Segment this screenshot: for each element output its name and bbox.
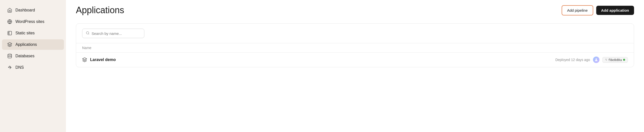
applications-icon	[7, 42, 12, 47]
deployed-text: Deployed 12 days ago	[556, 58, 590, 62]
sidebar-item-dns-label: DNS	[16, 65, 24, 70]
app-layers-icon	[82, 57, 87, 62]
sidebar-item-dashboard[interactable]: Dashboard	[2, 5, 64, 16]
sidebar-item-wordpress-sites[interactable]: WordPress sites	[2, 16, 64, 27]
wordpress-icon	[7, 19, 12, 24]
sidebar-item-applications-label: Applications	[16, 42, 37, 47]
add-pipeline-button[interactable]: Add pipeline	[562, 5, 593, 16]
status-dot	[623, 59, 625, 61]
search-icon	[86, 31, 90, 36]
main-content: Applications Add pipeline Add applicatio…	[66, 0, 644, 132]
dns-icon	[7, 65, 12, 70]
page-header: Applications Add pipeline Add applicatio…	[66, 0, 644, 20]
avatar	[593, 56, 600, 63]
sidebar-item-applications[interactable]: Applications	[2, 39, 64, 50]
sidebar-item-databases[interactable]: Databases	[2, 51, 64, 61]
sidebar: Dashboard WordPress sites Static sites A…	[0, 0, 66, 132]
commit-icon: ⌥	[605, 58, 607, 62]
add-application-button[interactable]: Add application	[596, 6, 634, 15]
table-header: Name	[76, 43, 634, 52]
page-title: Applications	[76, 5, 124, 16]
svg-point-2	[8, 54, 12, 55]
databases-icon	[7, 53, 12, 59]
app-name: Laravel demo	[90, 58, 116, 62]
sidebar-item-static-sites-label: Static sites	[16, 31, 34, 35]
row-right: Deployed 12 days ago ⌥ f8e0d0a	[556, 56, 628, 63]
table-row[interactable]: Laravel demo Deployed 12 days ago ⌥ f8e0…	[76, 52, 634, 67]
search-container	[76, 24, 634, 43]
sidebar-item-dns[interactable]: DNS	[2, 62, 64, 73]
sidebar-item-databases-label: Databases	[16, 54, 34, 58]
row-left: Laravel demo	[82, 57, 116, 62]
dashboard-icon	[7, 8, 12, 13]
column-name-label: Name	[82, 46, 91, 50]
content-area: Name Laravel demo Deployed 12 days ago	[66, 20, 644, 132]
svg-point-3	[86, 32, 89, 34]
applications-box: Name Laravel demo Deployed 12 days ago	[76, 24, 634, 67]
search-wrapper[interactable]	[82, 29, 144, 38]
search-input[interactable]	[92, 32, 140, 36]
commit-badge: ⌥ f8e0d0a	[602, 57, 628, 63]
svg-rect-1	[8, 32, 12, 35]
sidebar-item-wordpress-label: WordPress sites	[16, 20, 44, 24]
sidebar-item-static-sites[interactable]: Static sites	[2, 28, 64, 38]
svg-point-4	[596, 58, 597, 60]
sidebar-item-dashboard-label: Dashboard	[16, 8, 35, 12]
commit-hash: f8e0d0a	[608, 58, 622, 62]
header-actions: Add pipeline Add application	[562, 5, 634, 16]
static-sites-icon	[7, 30, 12, 36]
